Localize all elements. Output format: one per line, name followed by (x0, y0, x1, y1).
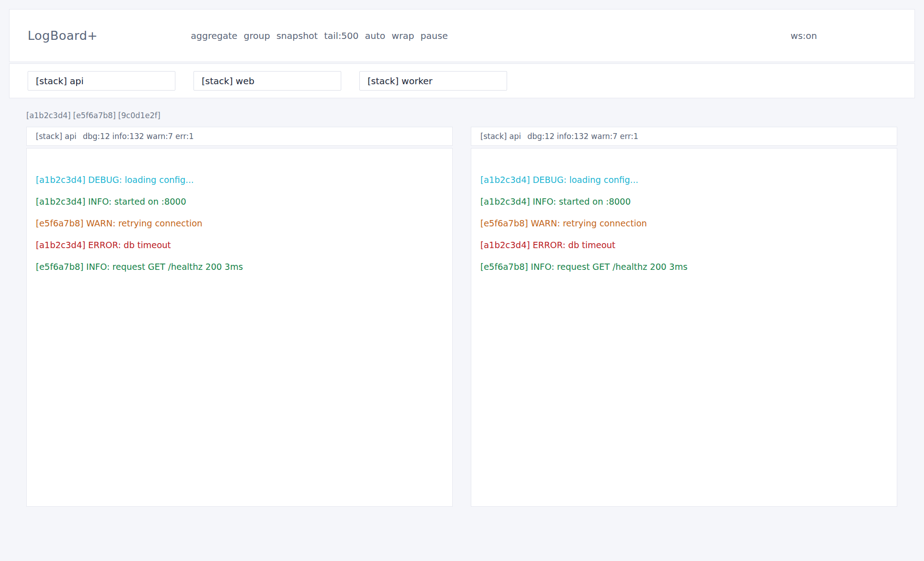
log-line: [e5f6a7b8] INFO: request GET /healthz 20… (36, 256, 443, 278)
panel-stats: dbg:12 info:132 warn:7 err:1 (83, 132, 194, 141)
toolbar-item[interactable]: snapshot (276, 30, 318, 41)
toolbar-item[interactable]: tail:500 (324, 30, 358, 41)
app-title: LogBoard+ (28, 29, 191, 43)
log-line: [a1b2c3d4] INFO: started on :8000 (36, 191, 443, 212)
log-line: [a1b2c3d4] INFO: started on :8000 (480, 191, 888, 212)
log-panels-grid: [stack] api dbg:12 info:132 warn:7 err:1… (26, 127, 897, 507)
toolbar: aggregate group snapshot tail:500 auto w… (191, 30, 448, 41)
log-line: [e5f6a7b8] INFO: request GET /healthz 20… (480, 256, 888, 278)
log-line: [a1b2c3d4] ERROR: db timeout (36, 234, 443, 256)
filter-input[interactable] (194, 71, 341, 91)
filter-bar (9, 63, 915, 98)
header-bar: LogBoard+ aggregate group snapshot tail:… (9, 9, 915, 62)
panel-title: [stack] api (36, 132, 77, 141)
panel-log-view[interactable]: [a1b2c3d4] DEBUG: loading config... [a1b… (26, 148, 453, 507)
log-line: [a1b2c3d4] DEBUG: loading config... (480, 169, 888, 191)
log-line: [e5f6a7b8] WARN: retrying connection (36, 212, 443, 234)
log-line: [a1b2c3d4] ERROR: db timeout (480, 234, 888, 256)
filter-input[interactable] (359, 71, 507, 91)
logboard-page: LogBoard+ aggregate group snapshot tail:… (0, 0, 924, 561)
filter-input[interactable] (28, 71, 175, 91)
toolbar-item[interactable]: wrap (392, 30, 414, 41)
log-line: [a1b2c3d4] DEBUG: loading config... (36, 169, 443, 191)
ws-status-toggle[interactable]: ws:on (791, 30, 817, 41)
toolbar-item[interactable]: group (244, 30, 270, 41)
panel-title: [stack] api (480, 132, 521, 141)
trace-ids-line: [a1b2c3d4] [e5f6a7b8] [9c0d1e2f] (26, 111, 897, 120)
panel-header: [stack] api dbg:12 info:132 warn:7 err:1 (471, 127, 897, 146)
log-line: [e5f6a7b8] WARN: retrying connection (480, 212, 888, 234)
toolbar-item[interactable]: auto (365, 30, 385, 41)
panel-header: [stack] api dbg:12 info:132 warn:7 err:1 (26, 127, 453, 146)
panel-log-view[interactable]: [a1b2c3d4] DEBUG: loading config... [a1b… (471, 148, 897, 507)
toolbar-item[interactable]: aggregate (191, 30, 237, 41)
log-panel-left: [stack] api dbg:12 info:132 warn:7 err:1… (26, 127, 453, 507)
panel-stats: dbg:12 info:132 warn:7 err:1 (527, 132, 639, 141)
log-panel-right: [stack] api dbg:12 info:132 warn:7 err:1… (471, 127, 897, 507)
toolbar-item[interactable]: pause (421, 30, 448, 41)
